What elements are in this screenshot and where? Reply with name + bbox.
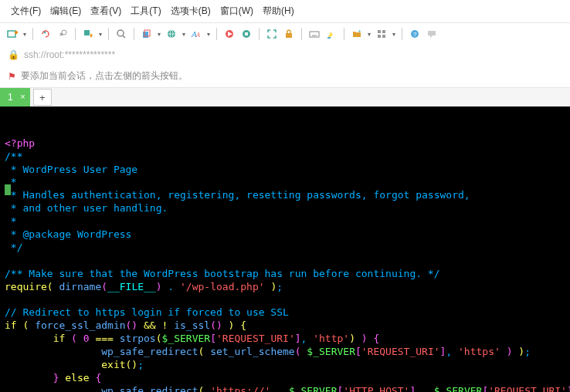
hint-bar: ⚑ 要添加当前会话，点击左侧的箭头按钮。 — [0, 65, 570, 88]
keyboard-icon[interactable] — [307, 26, 322, 42]
tab-new-button[interactable]: + — [33, 89, 52, 106]
fullscreen-icon[interactable] — [264, 26, 280, 42]
folder-add-icon[interactable]: + — [349, 26, 365, 42]
separator — [32, 28, 33, 40]
svg-point-3 — [62, 30, 66, 35]
code-doc: * @package WordPress — [5, 228, 131, 240]
svg-line-6 — [123, 35, 125, 38]
globe-icon[interactable] — [164, 26, 179, 42]
separator — [108, 28, 109, 40]
code-token: <?php — [5, 137, 35, 149]
code-doc: */ — [5, 242, 22, 253]
code-doc: * Handles authentication, registering, r… — [5, 189, 470, 201]
disconnect-icon[interactable] — [55, 26, 70, 42]
menu-edit[interactable]: 编辑(E) — [46, 3, 86, 19]
lock-icon[interactable] — [281, 26, 297, 42]
separator — [344, 28, 344, 40]
separator — [301, 28, 302, 40]
reconnect-icon[interactable] — [38, 26, 53, 42]
svg-rect-4 — [84, 30, 90, 35]
svg-rect-16 — [245, 32, 248, 35]
address-bar: 🔒 ssh://root:************** — [0, 45, 570, 65]
menu-bar: 文件(F) 编辑(E) 查看(V) 工具(T) 选项卡(B) 窗口(W) 帮助(… — [0, 0, 570, 23]
cursor-block — [5, 184, 11, 195]
new-session-icon[interactable] — [5, 26, 20, 42]
code-doc: * — [5, 215, 17, 227]
svg-rect-7 — [143, 32, 148, 38]
svg-text:+: + — [358, 29, 361, 35]
menu-help[interactable]: 帮助(H) — [258, 3, 299, 19]
toolbar: ▾ ▾ ▾ ▾ AA ▾ + ▾ ▾ ? — [0, 23, 570, 45]
separator — [259, 28, 260, 40]
svg-rect-22 — [327, 37, 331, 39]
svg-text:?: ? — [413, 31, 417, 38]
separator — [216, 28, 217, 40]
grid-icon[interactable] — [374, 26, 389, 42]
help-icon[interactable]: ? — [407, 26, 422, 42]
transfer-icon[interactable] — [80, 26, 96, 42]
folder-dropdown[interactable]: ▾ — [366, 26, 372, 42]
svg-text:A: A — [195, 32, 200, 39]
separator — [402, 28, 402, 40]
search-icon[interactable] — [114, 26, 129, 42]
svg-rect-17 — [286, 33, 292, 38]
svg-rect-0 — [8, 31, 15, 37]
svg-rect-25 — [382, 30, 385, 33]
code-comment: // Redirect to https login if forced to … — [5, 306, 289, 318]
code-kw: require — [5, 281, 47, 292]
svg-rect-27 — [382, 35, 385, 38]
separator — [75, 28, 76, 40]
flag-icon[interactable]: ⚑ — [8, 71, 16, 82]
svg-rect-24 — [378, 30, 381, 33]
tab-active[interactable]: 1 × — [0, 88, 30, 106]
menu-file[interactable]: 文件(F) — [6, 3, 46, 19]
address-text[interactable]: ssh://root:************** — [24, 49, 115, 60]
lock-small-icon: 🔒 — [8, 49, 19, 60]
code-editor[interactable]: <?php /** * WordPress User Page * * Hand… — [0, 106, 570, 392]
svg-rect-18 — [310, 32, 319, 37]
font-dropdown[interactable]: ▾ — [205, 26, 212, 42]
menu-window[interactable]: 窗口(W) — [215, 3, 258, 19]
chat-icon[interactable] — [424, 26, 439, 42]
menu-tabs[interactable]: 选项卡(B) — [166, 3, 215, 19]
hint-text: 要添加当前会话，点击左侧的箭头按钮。 — [21, 69, 188, 83]
code-comment: /** Make sure that the WordPress bootstr… — [5, 268, 440, 279]
menu-view[interactable]: 查看(V) — [86, 3, 126, 19]
tab-label: 1 — [8, 92, 13, 103]
transfer-dropdown[interactable]: ▾ — [97, 26, 103, 42]
tab-bar: 1 × + — [0, 88, 570, 106]
record-icon[interactable] — [222, 26, 237, 42]
highlight-icon[interactable] — [324, 26, 339, 42]
svg-rect-26 — [378, 35, 381, 38]
grid-dropdown[interactable]: ▾ — [391, 26, 397, 42]
tab-close-icon[interactable]: × — [20, 92, 25, 101]
svg-point-5 — [117, 30, 124, 36]
copy-dropdown[interactable]: ▾ — [156, 26, 162, 42]
globe-dropdown[interactable]: ▾ — [181, 26, 187, 42]
menu-tools[interactable]: 工具(T) — [126, 3, 165, 19]
code-doc: * and other user handling. — [5, 202, 168, 214]
new-session-dropdown[interactable]: ▾ — [22, 26, 28, 42]
copy-icon[interactable] — [139, 26, 154, 42]
separator — [134, 28, 134, 40]
code-doc: /** — [5, 150, 22, 162]
font-icon[interactable]: AA — [188, 26, 204, 42]
code-doc: * WordPress User Page — [5, 164, 137, 175]
stop-icon[interactable] — [239, 26, 254, 42]
